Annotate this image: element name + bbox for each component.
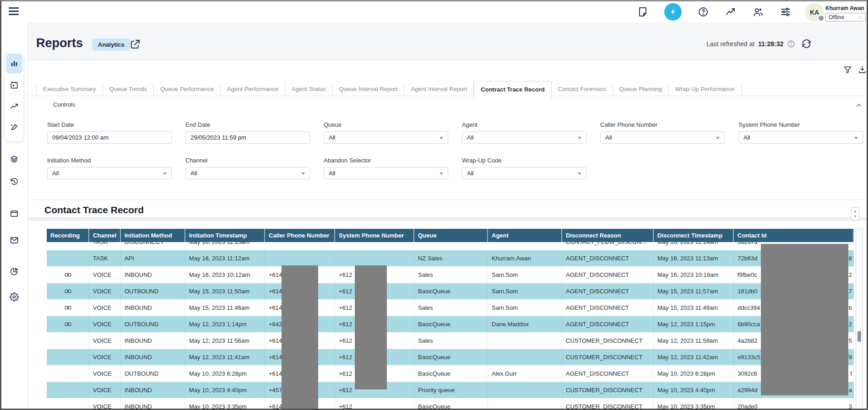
sidebar-item-brush[interactable]	[9, 122, 19, 132]
status-dot	[818, 15, 825, 22]
notes-icon[interactable]	[637, 6, 649, 18]
cell-initiation-timestamp: May 16, 2023 11:13am	[185, 242, 265, 246]
cell-recording	[47, 382, 89, 398]
table-row[interactable]: VOICEINBOUNDMay 12, 2023 11:41am+614+612…	[47, 349, 854, 366]
table-row[interactable]: VOICEINBOUNDMay 15, 2023 11:46am+614+612…	[47, 300, 854, 316]
status-select[interactable]: Offline	[825, 13, 866, 22]
field-label-abandon-selector: Abandon Selector	[324, 157, 448, 164]
hamburger-menu-icon[interactable]	[9, 7, 19, 16]
contact-id-suffix: 9	[849, 354, 852, 361]
cell-channel: VOICE	[89, 382, 121, 398]
sidebar-item-history[interactable]	[9, 177, 19, 187]
table-row[interactable]: VOICEINBOUNDMay 10, 2023 4:40pm+457+612P…	[47, 382, 854, 399]
table-row[interactable]: TASKAPIMay 16, 2023 11:12amNZ SalesKhurr…	[47, 250, 854, 267]
tab-queue-interval-report[interactable]: Queue Interval Report	[333, 83, 405, 96]
top-bar: KA Khurram Awan Offline	[1, 1, 867, 22]
collapse-chevron-up-icon[interactable]	[855, 102, 863, 108]
tab-contact-forensics[interactable]: Contact Forensics	[552, 83, 613, 96]
cell-contact-id: 20ade03	[734, 399, 854, 409]
recording-icon[interactable]	[65, 271, 71, 278]
cell-channel: VOICE	[89, 399, 121, 409]
sidebar-item-layers[interactable]	[9, 154, 19, 164]
sidebar-item-mail[interactable]	[9, 235, 19, 245]
cell-disconnect-timestamp: May 16, 2023 11:13am	[654, 250, 734, 266]
contact-trace-table: RecordingChannelInitiation MethodInitiat…	[47, 229, 854, 409]
cell-caller-phone	[265, 250, 335, 266]
recording-icon[interactable]	[65, 288, 71, 295]
cell-initiation-method: DISCONNECT	[121, 242, 185, 246]
start-date-input[interactable]: 09/04/2023 12:00 am	[47, 131, 172, 144]
cell-initiation-timestamp: May 16, 2023 11:12am	[185, 250, 265, 266]
scrollbar-thumb[interactable]	[857, 331, 861, 342]
cell-disconnect-reason: AGENT_DISCONNECT	[562, 283, 654, 299]
contact-id-suffix: 7	[849, 288, 852, 295]
sidebar-item-pie-chart[interactable]	[9, 266, 19, 276]
caret-down-icon	[439, 137, 443, 139]
table-row[interactable]: TASKDISCONNECTMay 16, 2023 11:13amCONTAC…	[47, 242, 854, 250]
external-link-icon[interactable]	[130, 39, 141, 50]
tab-contract-trace-record[interactable]: Contract Trace Record	[474, 81, 551, 98]
tab-queue-trends[interactable]: Queue Trends	[103, 83, 154, 96]
wrap-up-code-dropdown[interactable]: All	[462, 167, 586, 179]
recording-icon[interactable]	[65, 304, 71, 311]
cell-disconnect-reason: AGENT_DISCONNECT	[562, 300, 654, 316]
cell-channel: VOICE	[89, 316, 121, 332]
tab-agent-status[interactable]: Agent Status	[285, 83, 332, 96]
bolt-icon[interactable]	[664, 3, 682, 21]
contact-id-suffix: 5	[849, 337, 852, 344]
abandon-selector-dropdown[interactable]: All	[324, 167, 448, 179]
table-row[interactable]: VOICEINBOUNDMay 12, 2023 11:56am+614+612…	[47, 333, 854, 349]
avatar[interactable]: KA	[805, 3, 824, 22]
tab-executive-summary[interactable]: Executive Summary	[36, 83, 103, 96]
table-row[interactable]: VOICEINBOUNDMay 10, 2023 3:35pm+614+612B…	[47, 399, 854, 409]
initiation-method-dropdown[interactable]: All	[47, 167, 172, 179]
caret-down-icon	[578, 173, 581, 175]
tab-agent-interval-report[interactable]: Agent Interval Report	[404, 83, 474, 96]
info-icon[interactable]	[787, 40, 795, 48]
sliders-icon[interactable]	[780, 6, 792, 18]
field-label-end-date: End Date	[185, 121, 310, 128]
cell-queue	[414, 242, 488, 246]
filter-icon[interactable]	[843, 65, 852, 74]
sidebar-item-bar-chart[interactable]	[9, 59, 19, 69]
end-date-input[interactable]: 29/05/2023 11:59 pm	[185, 131, 310, 144]
metrics-icon[interactable]	[725, 6, 737, 18]
tab-wrap-up-performance[interactable]: Wrap-Up Performance	[669, 83, 742, 96]
cell-disconnect-reason: AGENT_DISCONNECT	[562, 366, 654, 382]
channel-dropdown[interactable]: All	[185, 167, 310, 179]
sidebar-item-gear[interactable]	[9, 292, 19, 302]
table-row[interactable]: VOICEINBOUNDMay 16, 2023 10:12am+614+612…	[47, 267, 854, 283]
cell-disconnect-timestamp: May 15, 2023 11:57am	[654, 283, 734, 299]
system-phone-number-dropdown[interactable]: All	[738, 131, 863, 144]
table-stepper[interactable]: ▲▼	[851, 207, 859, 220]
field-value: All	[605, 134, 612, 141]
caret-down-icon	[854, 137, 858, 139]
table-row[interactable]: VOICEOUTBOUNDMay 15, 2023 11:50am+614+61…	[47, 283, 854, 300]
last-refreshed-time: 11:28:32	[758, 40, 783, 48]
sidebar-item-line-chart[interactable]	[9, 102, 19, 112]
cell-queue: Sales	[414, 300, 488, 316]
table-row[interactable]: VOICEOUTBOUNDMay 12, 2023 1:14pm+642+612…	[47, 316, 854, 333]
tab-queue-planning[interactable]: Queue Planning	[613, 83, 669, 96]
controls-row-1: Start Date09/04/2023 12:00 amEnd Date29/…	[47, 121, 863, 144]
cell-disconnect-timestamp: May 16, 2023 11:14am	[654, 242, 734, 246]
contact-id-prefix: 3092c6	[738, 370, 757, 377]
sidebar-item-calendar[interactable]	[9, 80, 19, 90]
tab-queue-performance[interactable]: Queue Performance	[154, 83, 221, 96]
caller-phone-number-dropdown[interactable]: All	[600, 131, 725, 144]
cell-initiation-method: INBOUND	[121, 382, 185, 398]
help-icon[interactable]	[697, 6, 709, 18]
agents-icon[interactable]	[752, 6, 764, 18]
field-value: 09/04/2023 12:00 am	[52, 134, 108, 141]
agent-dropdown[interactable]: All	[462, 131, 586, 144]
refresh-icon[interactable]	[802, 39, 811, 49]
tab-agent-performance[interactable]: Agent Performance	[221, 83, 285, 96]
recording-icon[interactable]	[65, 321, 71, 328]
table-scrollbar[interactable]	[856, 229, 863, 409]
sidebar-item-window[interactable]	[9, 209, 19, 219]
queue-dropdown[interactable]: All	[324, 131, 448, 144]
analytics-badge: Analytics	[92, 38, 130, 51]
cell-disconnect-reason: CONTACT_FLOW_DISCON…	[562, 242, 654, 246]
download-icon[interactable]	[857, 65, 867, 74]
table-row[interactable]: VOICEOUTBOUNDMay 10, 2023 6:28pm+614+612…	[47, 366, 854, 382]
